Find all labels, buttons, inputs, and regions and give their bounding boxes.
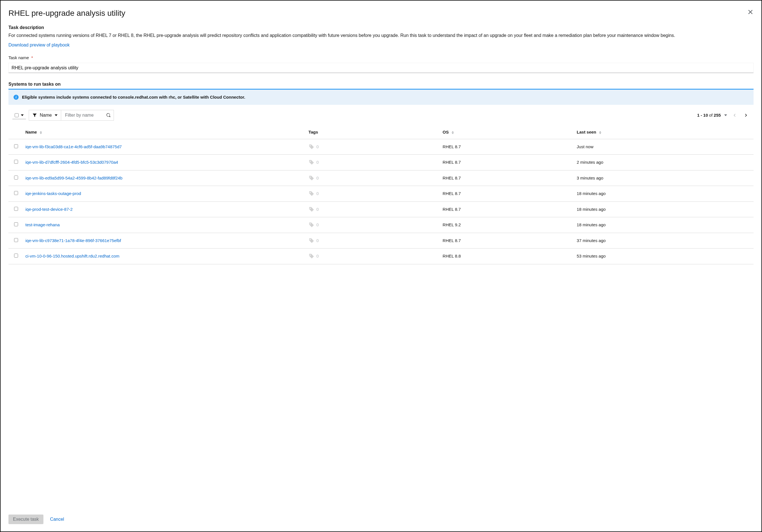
row-checkbox[interactable] [14, 191, 18, 195]
row-checkbox[interactable] [14, 207, 18, 211]
description-text: For connected systems running versions o… [8, 32, 724, 39]
os-cell: RHEL 8.7 [438, 155, 572, 170]
caret-down-icon[interactable] [724, 114, 727, 116]
close-button[interactable]: ✕ [747, 8, 754, 16]
filter-input-wrap [61, 110, 114, 120]
os-cell: RHEL 9.2 [438, 217, 572, 233]
funnel-icon [33, 113, 37, 117]
system-name-link[interactable]: ci-vm-10-0-96-150.hosted.upshift.rdu2.re… [25, 254, 119, 258]
tag-count[interactable]: 0 [308, 253, 433, 259]
caret-down-icon [55, 114, 57, 116]
table-row: iqe-prod-test-device-87-20RHEL 8.718 min… [8, 201, 754, 217]
row-checkbox[interactable] [14, 222, 18, 226]
row-checkbox[interactable] [14, 144, 18, 148]
tag-count-value: 0 [316, 253, 319, 259]
last-seen-cell: 53 minutes ago [572, 248, 754, 264]
system-name-link[interactable]: iqe-prod-test-device-87-2 [25, 207, 73, 212]
pagination: 1 - 10 of 255 [697, 111, 750, 119]
pagination-of: of [709, 112, 713, 119]
filter-by-name-input[interactable] [64, 111, 106, 119]
tag-icon [308, 253, 315, 259]
filter-attribute-dropdown[interactable]: Name [29, 110, 61, 120]
task-name-group: Task name * [8, 55, 754, 73]
search-icon[interactable] [106, 113, 111, 117]
tag-count[interactable]: 0 [308, 222, 433, 228]
row-checkbox[interactable] [14, 254, 18, 258]
tag-count[interactable]: 0 [308, 159, 433, 166]
task-modal: ✕ RHEL pre-upgrade analysis utility Task… [1, 1, 761, 531]
tag-count[interactable]: 0 [308, 190, 433, 197]
system-name-link[interactable]: iqe-jenkins-tasks-outage-prod [25, 191, 81, 196]
row-checkbox[interactable] [14, 238, 18, 242]
last-seen-cell: 18 minutes ago [572, 186, 754, 202]
tag-icon [308, 206, 315, 213]
pagination-next-button[interactable] [742, 111, 750, 119]
tag-count-value: 0 [316, 144, 319, 150]
os-cell: RHEL 8.7 [438, 201, 572, 217]
row-checkbox[interactable] [14, 175, 18, 179]
modal-title: RHEL pre-upgrade analysis utility [8, 7, 754, 19]
pagination-text: 1 - 10 of 255 [697, 112, 727, 119]
tag-count[interactable]: 0 [308, 206, 433, 213]
task-name-input[interactable] [8, 63, 754, 73]
pagination-range: 1 - 10 [697, 112, 708, 119]
tag-count-value: 0 [316, 159, 319, 166]
sort-icon [452, 131, 454, 134]
tag-count-value: 0 [316, 222, 319, 228]
systems-heading: Systems to run tasks on [8, 81, 754, 90]
chevron-left-icon [733, 113, 737, 117]
tag-count[interactable]: 0 [308, 144, 433, 150]
table-row: ci-vm-10-0-96-150.hosted.upshift.rdu2.re… [8, 248, 754, 264]
os-cell: RHEL 8.8 [438, 248, 572, 264]
tag-count-value: 0 [316, 190, 319, 197]
systems-table: Name Tags OS Last seen [8, 126, 754, 264]
last-seen-cell: 18 minutes ago [572, 201, 754, 217]
close-icon: ✕ [747, 8, 754, 16]
system-name-link[interactable]: iqe-vm-lib-f3ca03d8-ca1e-4cf6-ad5f-daa9b… [25, 144, 122, 149]
tag-count-value: 0 [316, 206, 319, 213]
filter-group: Name [29, 110, 114, 121]
eligibility-alert: i Eligible systems include systems conne… [8, 90, 754, 105]
col-select [8, 126, 21, 139]
table-toolbar: Name 1 - 10 [8, 105, 754, 126]
modal-backdrop: ✕ RHEL pre-upgrade analysis utility Task… [0, 0, 762, 532]
tag-icon [308, 222, 315, 228]
task-name-label-text: Task name [8, 55, 29, 60]
last-seen-cell: Just now [572, 139, 754, 155]
system-name-link[interactable]: iqe-vm-lib-ed9a5d99-54a2-4599-8b42-fad89… [25, 175, 122, 180]
description-label: Task description [8, 24, 754, 31]
last-seen-cell: 3 minutes ago [572, 170, 754, 186]
modal-body: RHEL pre-upgrade analysis utility Task d… [1, 1, 761, 509]
tag-icon [308, 144, 315, 150]
col-name[interactable]: Name [21, 126, 304, 139]
os-cell: RHEL 8.7 [438, 139, 572, 155]
system-name-link[interactable]: test-image-rehana [25, 222, 60, 227]
system-name-link[interactable]: iqe-vm-lib-d7dfcfff-2604-4fd5-bfc5-53c3d… [25, 160, 118, 165]
tag-icon [308, 175, 315, 181]
caret-down-icon [21, 114, 24, 116]
table-row: test-image-rehana0RHEL 9.218 minutes ago [8, 217, 754, 233]
execute-task-button[interactable]: Execute task [8, 514, 43, 524]
os-cell: RHEL 8.7 [438, 186, 572, 202]
bulk-select-checkbox[interactable] [15, 113, 19, 117]
task-name-label: Task name * [8, 55, 754, 61]
pagination-prev-button[interactable] [731, 111, 738, 119]
table-row: iqe-vm-lib-ed9a5d99-54a2-4599-8b42-fad89… [8, 170, 754, 186]
tag-count[interactable]: 0 [308, 237, 433, 244]
os-cell: RHEL 8.7 [438, 233, 572, 248]
row-checkbox[interactable] [14, 160, 18, 164]
info-icon: i [14, 95, 19, 100]
systems-section: Systems to run tasks on i Eligible syste… [8, 81, 754, 264]
os-cell: RHEL 8.7 [438, 170, 572, 186]
required-mark: * [31, 55, 33, 60]
table-row: iqe-vm-lib-d7dfcfff-2604-4fd5-bfc5-53c3d… [8, 155, 754, 170]
sort-icon [40, 131, 42, 134]
col-last-seen[interactable]: Last seen [572, 126, 754, 139]
system-name-link[interactable]: iqe-vm-lib-c9738e71-1a78-4f4e-896f-37661… [25, 238, 121, 243]
download-playbook-link[interactable]: Download preview of playbook [8, 42, 70, 47]
cancel-button[interactable]: Cancel [49, 514, 65, 524]
table-row: iqe-jenkins-tasks-outage-prod0RHEL 8.718… [8, 186, 754, 202]
bulk-select-dropdown[interactable] [12, 111, 26, 119]
col-os[interactable]: OS [438, 126, 572, 139]
tag-count[interactable]: 0 [308, 175, 433, 181]
